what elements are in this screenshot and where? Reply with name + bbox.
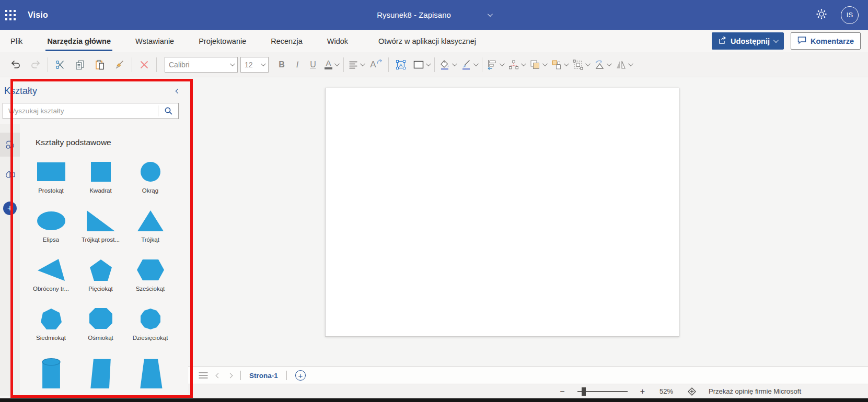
copy-icon[interactable] (73, 56, 87, 73)
shape-item-trapezoid-2[interactable] (125, 352, 175, 388)
text-align-chevron-down-icon[interactable] (360, 61, 365, 66)
zoom-slider[interactable] (577, 387, 628, 396)
shape-item-pentagon[interactable]: Pięciokąt (76, 254, 125, 303)
fill-color-icon[interactable] (439, 56, 456, 73)
underline-button[interactable]: U (305, 56, 321, 73)
arrange-chevron-down-icon[interactable] (564, 61, 569, 66)
next-page-chevron-right-icon[interactable] (228, 374, 232, 377)
shape-item-ellipse[interactable]: Elipsa (26, 205, 76, 254)
shape-item-circle[interactable]: Okrąg (125, 156, 175, 205)
flip-shape-chevron-down-icon[interactable] (628, 61, 633, 66)
font-size-select[interactable]: 12 (240, 57, 269, 73)
tab-narzedzia-glowne[interactable]: Narzędzia główne (45, 30, 112, 52)
document-title-chevron-down-icon[interactable] (488, 11, 493, 17)
comments-button-label: Komentarze (811, 37, 854, 45)
previous-page-chevron-left-icon[interactable] (216, 374, 220, 377)
fill-color-chevron-down-icon[interactable] (452, 61, 457, 66)
shape-item-right-triangle[interactable]: Trójkąt prost... (76, 205, 125, 254)
shapes-panel: Kształty + (0, 77, 188, 398)
text-rotate-icon[interactable]: A (369, 56, 384, 73)
page-tab-strona-1[interactable]: Strona-1 (249, 372, 278, 380)
line-color-icon[interactable] (461, 56, 477, 73)
share-button-label: Udostępnij (731, 37, 770, 45)
arrange-icon[interactable] (551, 56, 568, 73)
comments-button[interactable]: Komentarze (791, 32, 861, 50)
shape-item-rectangle[interactable]: Prostokąt (26, 156, 76, 205)
shapes-panel-title: Kształty (4, 86, 37, 97)
shape-item-triangle[interactable]: Trójkąt (125, 205, 175, 254)
fit-page-pan-icon[interactable] (688, 387, 696, 396)
tab-recenzja[interactable]: Recenzja (269, 30, 304, 52)
shape-item-decagon[interactable]: Dziesięciokąt (125, 303, 175, 352)
italic-button[interactable]: I (290, 56, 305, 73)
drawing-page[interactable] (325, 88, 679, 337)
app-launcher-waffle-icon[interactable] (4, 8, 17, 22)
feedback-link[interactable]: Przekaż opinię firmie Microsoft (709, 387, 801, 395)
zoom-slider-thumb[interactable] (582, 387, 586, 396)
tab-wstawianie[interactable]: Wstawianie (134, 30, 176, 52)
align-shapes-chevron-down-icon[interactable] (500, 61, 505, 66)
paste-icon[interactable] (92, 56, 107, 73)
tab-plik[interactable]: Plik (9, 30, 24, 52)
search-icon[interactable] (158, 103, 178, 119)
zoom-in-button[interactable]: + (640, 387, 645, 396)
cut-icon[interactable] (53, 56, 67, 73)
add-stencil-button[interactable]: + (3, 202, 17, 215)
document-title[interactable]: Rysunek8 - Zapisano (377, 10, 451, 19)
stencil-content: Kształty podstawowe Prostokąt Kwadrat Ok… (20, 124, 188, 396)
avatar-initials: IS (847, 11, 853, 19)
shape-outline-icon[interactable] (413, 56, 430, 73)
shape-item-rotated-triangle[interactable]: Obrócony tr... (26, 254, 76, 303)
font-color-chevron-down-icon[interactable] (334, 61, 340, 66)
rotate-shape-chevron-down-icon[interactable] (607, 61, 612, 66)
stencil-more-shapes-icon[interactable] (0, 162, 20, 186)
drawing-canvas[interactable] (188, 77, 868, 367)
comment-bubble-icon (797, 36, 806, 46)
account-avatar[interactable]: IS (841, 6, 859, 24)
collapse-panel-chevron-left-icon[interactable] (176, 89, 181, 94)
shape-item-hexagon[interactable]: Sześciokąt (125, 254, 175, 303)
position-icon[interactable] (508, 56, 525, 73)
tab-projektowanie[interactable]: Projektowanie (197, 30, 248, 52)
undo-icon[interactable] (8, 56, 23, 73)
text-box-icon[interactable]: A (394, 56, 408, 73)
bring-forward-chevron-down-icon[interactable] (542, 61, 548, 66)
zoom-out-button[interactable]: − (560, 387, 564, 396)
rotate-shape-icon[interactable] (594, 56, 610, 73)
add-page-button[interactable]: + (295, 370, 306, 381)
group-icon[interactable] (573, 56, 589, 73)
flip-shape-icon[interactable] (616, 56, 632, 73)
settings-gear-icon[interactable] (816, 8, 827, 22)
shape-search-input[interactable] (3, 107, 158, 115)
bold-button[interactable]: B (274, 56, 290, 73)
format-painter-icon[interactable] (112, 56, 127, 73)
share-icon (719, 36, 727, 46)
ribbon-toolbar: Calibri 12 B I U A A A (0, 52, 868, 77)
text-align-icon[interactable] (349, 56, 364, 73)
document-title-group: Rysunek8 - Zapisano (0, 0, 868, 30)
shape-item-cylinder[interactable] (26, 352, 76, 388)
open-in-desktop-app-button[interactable]: Otwórz w aplikacji klasycznej (378, 37, 476, 45)
app-header: Visio Rysunek8 - Zapisano IS (0, 0, 868, 30)
ribbon-tab-row: Plik Narzędzia główne Wstawianie Projekt… (0, 30, 868, 52)
align-shapes-icon[interactable] (487, 56, 503, 73)
stencil-basic-shapes-icon[interactable] (0, 133, 20, 157)
group-chevron-down-icon[interactable] (585, 61, 591, 66)
shape-item-heptagon[interactable]: Siedmiokąt (26, 303, 76, 352)
shape-outline-chevron-down-icon[interactable] (426, 61, 431, 66)
position-chevron-down-icon[interactable] (521, 61, 526, 66)
delete-icon[interactable] (137, 56, 152, 73)
page-bar: Strona-1 + (188, 367, 868, 384)
shape-item-octagon[interactable]: Ośmiokąt (76, 303, 125, 352)
bring-forward-icon[interactable] (530, 56, 546, 73)
shape-item-trapezoid-1[interactable] (76, 352, 125, 388)
line-color-chevron-down-icon[interactable] (473, 61, 479, 66)
page-list-menu-icon[interactable] (199, 372, 208, 379)
font-color-button[interactable]: A (324, 56, 339, 73)
shape-item-square[interactable]: Kwadrat (76, 156, 125, 205)
tab-widok[interactable]: Widok (326, 30, 350, 52)
redo-icon[interactable] (28, 56, 43, 73)
share-button[interactable]: Udostępnij (712, 32, 784, 50)
font-name-select[interactable]: Calibri (165, 57, 238, 73)
zoom-level[interactable]: 52% (657, 387, 675, 395)
